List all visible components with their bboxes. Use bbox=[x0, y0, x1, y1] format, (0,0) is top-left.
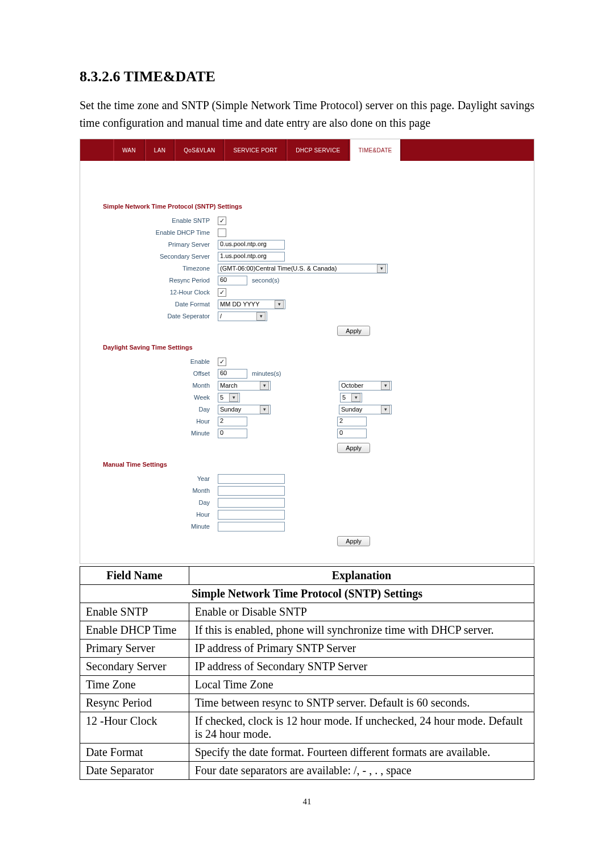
intro-text: Set the time zone and SNTP (Simple Netwo… bbox=[80, 97, 534, 132]
table-row: Resync PeriodTime between resync to SNTP… bbox=[80, 694, 534, 712]
dst-hour-end-input[interactable]: 2 bbox=[337, 417, 367, 426]
dst-month-end-select[interactable]: October▾ bbox=[339, 381, 392, 391]
chevron-down-icon: ▾ bbox=[256, 312, 265, 321]
twelve-hour-checkbox[interactable] bbox=[218, 288, 226, 297]
dst-offset-input[interactable]: 60 bbox=[218, 369, 247, 379]
timezone-label: Timezone bbox=[103, 265, 218, 272]
dst-week-end-select[interactable]: 5▾ bbox=[340, 393, 362, 402]
apply-manual-button[interactable]: Apply bbox=[337, 536, 370, 546]
section-heading: 8.3.2.6 TIME&DATE bbox=[80, 68, 534, 85]
tab-wan[interactable]: WAN bbox=[113, 139, 145, 161]
dst-hour-start-input[interactable]: 2 bbox=[218, 417, 247, 426]
tab-dhcp-service[interactable]: DHCP SERVICE bbox=[287, 139, 349, 161]
date-separator-label: Date Seperator bbox=[103, 313, 218, 319]
dst-day-label: Day bbox=[103, 406, 218, 413]
tab-bar: WAN LAN QoS&VLAN SERVICE PORT DHCP SERVI… bbox=[80, 139, 534, 161]
tab-lan[interactable]: LAN bbox=[145, 139, 175, 161]
chevron-down-icon: ▾ bbox=[381, 381, 390, 390]
secondary-server-input[interactable]: 1.us.pool.ntp.org bbox=[218, 252, 285, 261]
dst-week-start-select[interactable]: 5▾ bbox=[218, 393, 240, 402]
table-row: Enable SNTPEnable or Disable SNTP bbox=[80, 603, 534, 621]
manual-month-input[interactable] bbox=[218, 486, 285, 496]
chevron-down-icon: ▾ bbox=[351, 393, 360, 402]
tab-qosvlan[interactable]: QoS&VLAN bbox=[175, 139, 224, 161]
table-row: Date FormatSpecify the date format. Four… bbox=[80, 744, 534, 762]
apply-sntp-button[interactable]: Apply bbox=[337, 326, 370, 336]
table-head-field: Field Name bbox=[80, 567, 189, 585]
chevron-down-icon: ▾ bbox=[377, 264, 386, 273]
dst-minute-label: Minute bbox=[103, 430, 218, 437]
table-row: 12 -Hour ClockIf checked, clock is 12 ho… bbox=[80, 712, 534, 744]
dst-hour-label: Hour bbox=[103, 418, 218, 425]
timezone-select[interactable]: (GMT-06:00)Central Time(U.S. & Canada)▾ bbox=[218, 264, 388, 273]
dst-enable-checkbox[interactable] bbox=[218, 358, 226, 366]
dst-enable-label: Enable bbox=[103, 358, 218, 365]
table-row: Primary ServerIP address of Primary SNTP… bbox=[80, 639, 534, 658]
page-number: 41 bbox=[80, 797, 534, 807]
resync-suffix: second(s) bbox=[252, 277, 279, 284]
table-row: Time ZoneLocal Time Zone bbox=[80, 676, 534, 694]
table-head-explanation: Explanation bbox=[189, 567, 534, 585]
dst-month-label: Month bbox=[103, 382, 218, 389]
enable-dhcp-time-checkbox[interactable] bbox=[218, 229, 226, 237]
dst-title: Daylight Saving Time Settings bbox=[103, 344, 513, 351]
manual-minute-label: Minute bbox=[103, 523, 218, 530]
date-format-label: Date Format bbox=[103, 301, 218, 308]
enable-dhcp-time-label: Enable DHCP Time bbox=[103, 229, 218, 236]
table-row: Enable DHCP TimeIf this is enabled, phon… bbox=[80, 621, 534, 639]
tab-service-port[interactable]: SERVICE PORT bbox=[224, 139, 287, 161]
manual-hour-input[interactable] bbox=[218, 510, 285, 520]
resync-label: Resync Period bbox=[103, 277, 218, 284]
sntp-title: Simple Network Time Protocol (SNTP) Sett… bbox=[103, 203, 513, 210]
manual-hour-label: Hour bbox=[103, 511, 218, 518]
manual-year-input[interactable] bbox=[218, 474, 285, 484]
secondary-server-label: Secondary Server bbox=[103, 253, 218, 260]
primary-server-label: Primary Server bbox=[103, 241, 218, 248]
dst-day-end-select[interactable]: Sunday▾ bbox=[339, 405, 392, 414]
resync-input[interactable]: 60 bbox=[218, 276, 247, 285]
enable-sntp-label: Enable SNTP bbox=[103, 217, 218, 224]
enable-sntp-checkbox[interactable] bbox=[218, 217, 226, 225]
manual-month-label: Month bbox=[103, 487, 218, 494]
dst-offset-label: Offset bbox=[103, 370, 218, 377]
manual-minute-input[interactable] bbox=[218, 522, 285, 531]
field-description-table: Field Name Explanation Simple Network Ti… bbox=[80, 566, 534, 780]
chevron-down-icon: ▾ bbox=[260, 405, 269, 414]
date-format-select[interactable]: MM DD YYYY▾ bbox=[218, 300, 285, 309]
twelve-hour-label: 12-Hour Clock bbox=[103, 289, 218, 296]
chevron-down-icon: ▾ bbox=[260, 381, 269, 390]
apply-dst-button[interactable]: Apply bbox=[337, 443, 370, 453]
dst-minute-end-input[interactable]: 0 bbox=[337, 429, 367, 438]
dst-minute-start-input[interactable]: 0 bbox=[218, 429, 247, 438]
manual-day-input[interactable] bbox=[218, 498, 285, 508]
chevron-down-icon: ▾ bbox=[381, 405, 390, 414]
manual-year-label: Year bbox=[103, 475, 218, 482]
dst-week-label: Week bbox=[103, 394, 218, 401]
dst-day-start-select[interactable]: Sunday▾ bbox=[218, 405, 271, 414]
table-row: Date SeparatorFour date separators are a… bbox=[80, 762, 534, 780]
manual-title: Manual Time Settings bbox=[103, 461, 513, 468]
dst-month-start-select[interactable]: March▾ bbox=[218, 381, 271, 391]
chevron-down-icon: ▾ bbox=[275, 300, 284, 309]
manual-day-label: Day bbox=[103, 499, 218, 506]
config-panel: WAN LAN QoS&VLAN SERVICE PORT DHCP SERVI… bbox=[80, 139, 534, 564]
primary-server-input[interactable]: 0.us.pool.ntp.org bbox=[218, 240, 285, 250]
table-subhead: Simple Network Time Protocol (SNTP) Sett… bbox=[80, 585, 534, 603]
date-separator-select[interactable]: /▾ bbox=[218, 312, 267, 321]
dst-offset-suffix: minutes(s) bbox=[252, 370, 281, 377]
tab-time-date[interactable]: TIME&DATE bbox=[349, 139, 401, 161]
table-row: Secondary ServerIP address of Secondary … bbox=[80, 658, 534, 676]
chevron-down-icon: ▾ bbox=[229, 393, 238, 402]
